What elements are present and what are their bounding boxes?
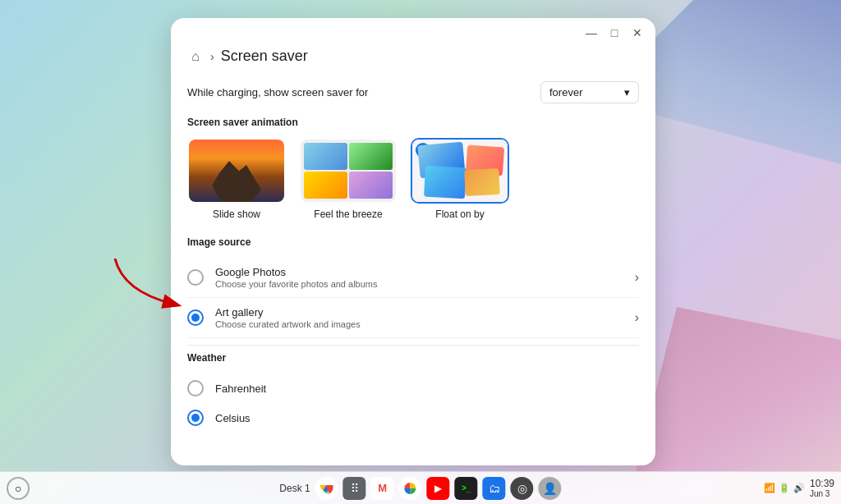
taskbar-media-icon[interactable]: ◎ [511, 477, 534, 500]
taskbar-youtube-icon[interactable]: ▶ [427, 477, 450, 500]
float-thumbnail: ✓ [411, 138, 509, 204]
google-photos-text: Google Photos Choose your favorite photo… [215, 266, 378, 289]
window-titlebar: — □ ✕ [171, 18, 655, 48]
page-title: Screen saver [221, 48, 308, 65]
taskbar-left: ○ [7, 477, 30, 500]
breeze-label: Feel the breeze [314, 208, 382, 220]
slideshow-label: Slide show [213, 208, 260, 220]
slideshow-preview [189, 140, 284, 202]
minimize-button[interactable]: — [583, 25, 600, 41]
system-tray: 📶 🔋 🔊 [764, 483, 805, 493]
section-divider [187, 345, 639, 346]
breeze-img-2 [349, 143, 393, 170]
celsius-radio[interactable] [187, 410, 204, 426]
photos-logo [402, 480, 419, 497]
image-source-option-art-gallery[interactable]: Art gallery Choose curated artwork and i… [187, 298, 639, 338]
time-display: 10:39 [810, 478, 834, 489]
float-photo-3 [424, 166, 466, 199]
breeze-thumbnail [299, 138, 398, 204]
taskbar-terminal-icon[interactable]: >_ [455, 477, 478, 500]
image-source-section-title: Image source [187, 236, 639, 248]
clock[interactable]: 10:39 Jun 3 [810, 478, 834, 498]
google-photos-radio[interactable] [187, 269, 204, 286]
float-photo-4 [464, 168, 500, 196]
settings-window: — □ ✕ ⌂ › Screen saver While charging, s… [171, 18, 655, 465]
desk-label: Desk 1 [279, 483, 310, 494]
taskbar-files-icon[interactable]: 🗂 [483, 477, 506, 500]
taskbar-center: Desk 1 ⠿ M ▶ >_ [279, 477, 561, 500]
radio-option-left: Google Photos Choose your favorite photo… [187, 266, 378, 289]
fahrenheit-radio[interactable] [187, 380, 204, 396]
breadcrumb-chevron-icon: › [210, 50, 214, 63]
close-button[interactable]: ✕ [629, 25, 646, 41]
float-label: Float on by [435, 208, 484, 220]
breeze-img-4 [349, 172, 393, 199]
fahrenheit-label: Fahrenheit [215, 383, 266, 395]
art-gallery-radio[interactable] [187, 309, 204, 326]
breeze-preview [301, 140, 396, 202]
google-photos-sublabel: Choose your favorite photos and albums [215, 279, 378, 289]
breeze-img-1 [304, 143, 347, 170]
weather-section-title: Weather [187, 352, 639, 364]
art-gallery-chevron-icon: › [635, 310, 639, 325]
breadcrumb-home-icon[interactable]: ⌂ [187, 48, 204, 65]
fahrenheit-left: Fahrenheit [187, 380, 266, 396]
window-header: ⌂ › Screen saver [171, 48, 655, 75]
wifi-icon: 📶 [764, 483, 775, 493]
animation-option-float[interactable]: ✓ Float on by [411, 138, 509, 220]
taskbar-photos-icon[interactable] [399, 477, 422, 500]
animation-option-slideshow[interactable]: Slide show [187, 138, 286, 220]
slideshow-thumbnail [187, 138, 286, 204]
charging-duration-value: forever [549, 86, 582, 99]
taskbar-right: 📶 🔋 🔊 10:39 Jun 3 [764, 478, 834, 498]
window-content: While charging, show screen saver for fo… [171, 75, 655, 465]
chrome-logo [319, 480, 335, 497]
battery-icon: 🔋 [779, 483, 790, 493]
taskbar-gmail-icon[interactable]: M [371, 477, 394, 500]
maximize-button[interactable]: □ [606, 25, 623, 41]
rock-shape [212, 161, 261, 202]
art-gallery-label: Art gallery [215, 306, 361, 318]
taskbar: ○ Desk 1 ⠿ M ▶ [0, 471, 841, 504]
assistant-button[interactable]: ○ [7, 477, 30, 500]
charging-label: While charging, show screen saver for [187, 86, 368, 99]
charging-duration-select[interactable]: forever ▾ [540, 81, 639, 103]
art-gallery-text: Art gallery Choose curated artwork and i… [215, 306, 361, 329]
celsius-label: Celsius [215, 412, 250, 424]
date-display: Jun 3 [810, 489, 834, 498]
weather-option-fahrenheit[interactable]: Fahrenheit [187, 373, 639, 403]
float-preview: ✓ [412, 140, 508, 202]
celsius-left: Celsius [187, 410, 250, 426]
bg-decoration-bottom [636, 307, 841, 471]
animation-option-breeze[interactable]: Feel the breeze [299, 138, 398, 220]
taskbar-apps-icon[interactable]: ⠿ [343, 477, 366, 500]
google-photos-chevron-icon: › [635, 270, 639, 285]
breeze-img-3 [304, 172, 347, 199]
taskbar-avatar[interactable]: 👤 [539, 477, 562, 500]
google-photos-label: Google Photos [215, 266, 378, 278]
animation-section-title: Screen saver animation [187, 117, 639, 128]
art-gallery-sublabel: Choose curated artwork and images [215, 319, 361, 329]
volume-icon: 🔊 [793, 483, 805, 493]
animation-grid: Slide show Feel the breeze [187, 138, 639, 220]
image-source-option-google-photos[interactable]: Google Photos Choose your favorite photo… [187, 258, 639, 298]
weather-option-celsius[interactable]: Celsius [187, 403, 639, 433]
taskbar-chrome-icon[interactable] [315, 477, 338, 500]
radio-option-left-art: Art gallery Choose curated artwork and i… [187, 306, 361, 329]
dropdown-chevron-icon: ▾ [624, 86, 630, 99]
charging-setting-row: While charging, show screen saver for fo… [187, 75, 639, 110]
